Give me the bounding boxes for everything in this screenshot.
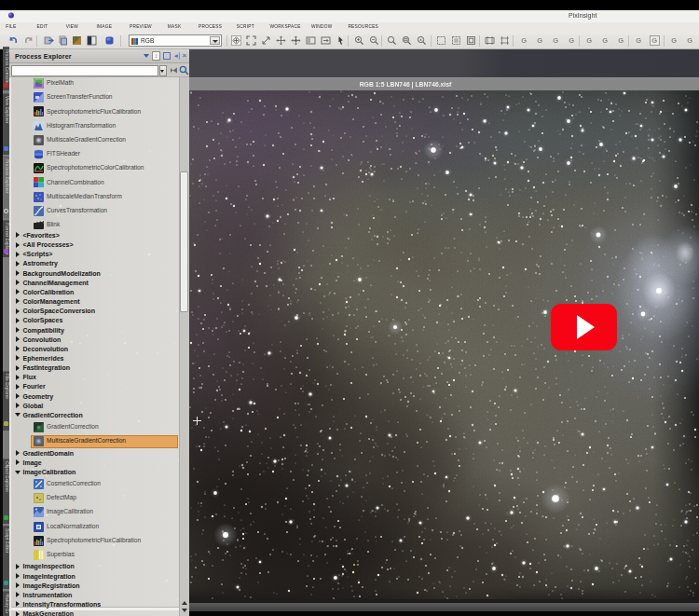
- svg-text:G: G: [618, 36, 624, 45]
- svg-text:G: G: [586, 36, 592, 45]
- svg-text:G: G: [569, 36, 574, 45]
- svg-text:G: G: [553, 36, 558, 45]
- svg-text:G: G: [687, 36, 692, 45]
- svg-text:G: G: [521, 36, 527, 45]
- svg-text:G: G: [651, 36, 657, 45]
- svg-text:G: G: [636, 36, 641, 45]
- svg-text:G: G: [537, 36, 542, 45]
- svg-text:G: G: [602, 36, 608, 45]
- svg-text:G: G: [671, 36, 677, 45]
